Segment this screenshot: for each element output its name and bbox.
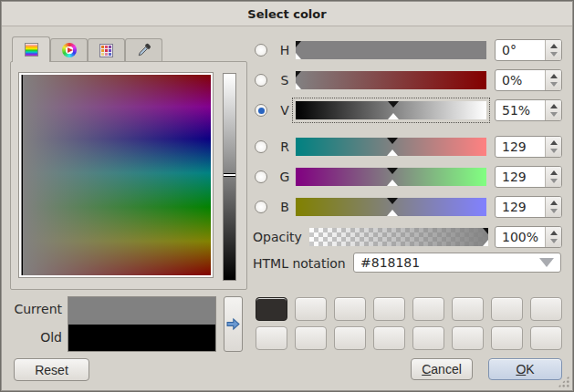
- value-spin-arrows[interactable]: [545, 100, 561, 120]
- current-label: Current: [11, 302, 62, 316]
- dialog-title: Select color: [247, 7, 326, 21]
- radio-hue[interactable]: [255, 44, 267, 57]
- green-slider[interactable]: [296, 168, 486, 186]
- red-spin-arrows[interactable]: [545, 137, 561, 157]
- channel-row-green: G 129: [255, 165, 562, 189]
- opacity-spinbox[interactable]: 100%: [495, 226, 562, 248]
- red-value: 129: [496, 137, 545, 157]
- palette-swatch[interactable]: [452, 326, 484, 350]
- tab-palette[interactable]: [88, 38, 125, 61]
- saturation-label: S: [277, 73, 293, 88]
- blue-spin-arrows[interactable]: [545, 197, 561, 217]
- hue-slider[interactable]: [296, 41, 486, 59]
- blue-spinbox[interactable]: 129: [495, 196, 562, 218]
- value-spinbox[interactable]: 51%: [495, 99, 562, 121]
- palette-swatch[interactable]: [412, 297, 444, 321]
- green-label: G: [277, 170, 293, 184]
- palette-row-1: [256, 297, 562, 321]
- value-bar[interactable]: [223, 73, 236, 281]
- hue-value: 0°: [496, 40, 545, 60]
- red-spinbox[interactable]: 129: [495, 136, 562, 158]
- current-old-swatch: [68, 296, 216, 352]
- green-value: 129: [496, 167, 545, 187]
- opacity-row: Opacity 100%: [253, 225, 562, 249]
- gradient-square-icon: [25, 43, 38, 57]
- radio-saturation[interactable]: [255, 74, 267, 87]
- radio-red[interactable]: [255, 140, 267, 153]
- channel-row-saturation: S 0%: [255, 68, 562, 92]
- palette-swatch[interactable]: [412, 326, 444, 350]
- html-notation-dropdown-icon[interactable]: [539, 258, 554, 267]
- old-color-swatch: [68, 325, 215, 352]
- html-notation-label: HTML notation: [253, 256, 346, 271]
- value-slider[interactable]: [296, 101, 486, 119]
- html-notation-value: #818181: [360, 255, 420, 270]
- palette-swatch[interactable]: [491, 297, 523, 321]
- saturation-slider[interactable]: [296, 71, 486, 89]
- red-label: R: [277, 139, 293, 154]
- right-arrow-icon: [226, 317, 240, 331]
- green-spinbox[interactable]: 129: [495, 166, 562, 188]
- palette-swatch[interactable]: [530, 297, 562, 321]
- blue-slider[interactable]: [296, 198, 486, 216]
- opacity-value: 100%: [496, 227, 545, 247]
- opacity-spin-arrows[interactable]: [545, 227, 561, 247]
- apply-to-palette-button[interactable]: [224, 296, 243, 352]
- palette-swatch[interactable]: [530, 326, 562, 350]
- current-color-swatch: [68, 297, 215, 325]
- picker-panel: [10, 61, 247, 290]
- blue-label: B: [277, 200, 293, 214]
- palette-swatch[interactable]: [373, 297, 405, 321]
- radio-value[interactable]: [255, 104, 267, 117]
- palette-swatch-filled[interactable]: [256, 297, 287, 321]
- red-slider[interactable]: [296, 138, 486, 156]
- ok-mnemonic: O: [516, 362, 526, 377]
- reset-label: Reset: [35, 363, 68, 377]
- radio-blue[interactable]: [255, 201, 267, 213]
- palette-icon: [99, 44, 113, 57]
- html-notation-entry[interactable]: #818181: [353, 253, 561, 273]
- hue-spin-arrows[interactable]: [545, 40, 561, 60]
- palette-swatch[interactable]: [334, 326, 366, 350]
- radio-green[interactable]: [255, 170, 267, 183]
- hue-label: H: [277, 43, 293, 57]
- palette-swatch[interactable]: [491, 326, 523, 350]
- old-label: Old: [11, 330, 62, 345]
- saturation-value: 0%: [496, 70, 545, 90]
- opacity-slider[interactable]: [309, 228, 488, 246]
- hue-spinbox[interactable]: 0°: [495, 39, 562, 61]
- channel-row-hue: H 0°: [255, 38, 562, 62]
- channel-row-blue: B 129: [255, 195, 562, 219]
- select-color-dialog: Select color: [0, 0, 574, 392]
- saturation-spin-arrows[interactable]: [545, 70, 561, 90]
- ok-label: K: [526, 362, 534, 377]
- palette-swatch[interactable]: [256, 326, 287, 350]
- eyedropper-icon: [137, 43, 151, 57]
- color-wheel-icon: [62, 43, 77, 57]
- palette-swatch[interactable]: [295, 297, 327, 321]
- palette-swatch[interactable]: [295, 326, 327, 350]
- hue-saturation-square[interactable]: [19, 73, 213, 277]
- ok-button[interactable]: OK: [488, 358, 562, 380]
- cancel-label: ancel: [431, 362, 461, 377]
- green-spin-arrows[interactable]: [545, 167, 561, 187]
- channel-row-value: V 51%: [255, 98, 562, 122]
- palette-swatch[interactable]: [334, 297, 366, 321]
- value-bar-marker: [224, 173, 235, 177]
- tab-color-wheel[interactable]: [50, 38, 88, 61]
- tab-eyedropper[interactable]: [125, 38, 162, 61]
- cancel-mnemonic: C: [422, 362, 431, 377]
- reset-button[interactable]: Reset: [14, 358, 89, 381]
- saturation-spinbox[interactable]: 0%: [495, 69, 562, 91]
- square-selection-marker: [22, 75, 23, 275]
- tab-gradient-square[interactable]: [12, 36, 50, 62]
- blue-value: 129: [496, 197, 545, 217]
- value-value: 51%: [496, 100, 545, 120]
- channel-row-red: R 129: [255, 135, 562, 159]
- titlebar: Select color: [2, 2, 572, 26]
- palette-swatch[interactable]: [373, 326, 405, 350]
- opacity-label: Opacity: [253, 230, 302, 244]
- palette-swatch[interactable]: [452, 297, 484, 321]
- cancel-button[interactable]: Cancel: [411, 358, 473, 380]
- dialog-content: H 0° S 0% V: [2, 26, 572, 390]
